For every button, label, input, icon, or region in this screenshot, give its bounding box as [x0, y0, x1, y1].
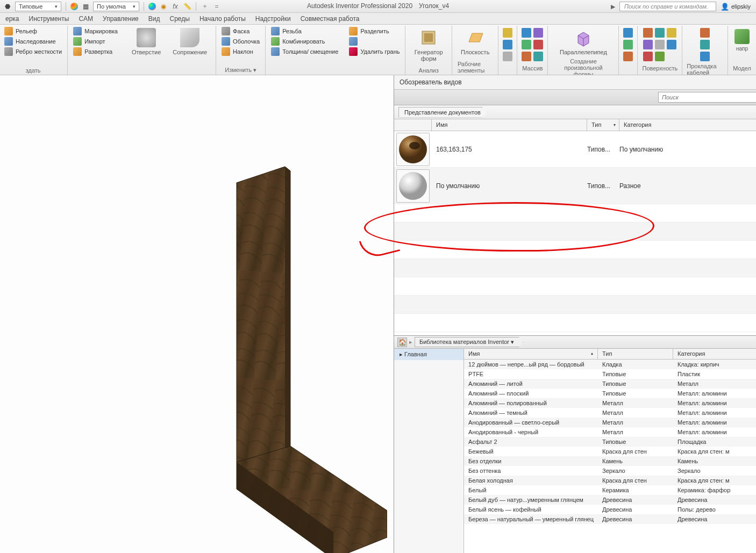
cable-1-icon[interactable]: [700, 28, 710, 38]
color-ball-icon[interactable]: [148, 3, 156, 10]
menu-item[interactable]: Инструменты: [29, 15, 69, 23]
ucs-icon[interactable]: [503, 52, 512, 61]
play-icon[interactable]: ▶: [611, 3, 615, 10]
menu-item[interactable]: Управление: [103, 15, 139, 23]
breadcrumb-tab[interactable]: Представление документов: [398, 107, 488, 118]
s11-icon[interactable]: [667, 40, 676, 49]
cmd-plane[interactable]: Плоскость: [458, 27, 493, 56]
cmd-inherit[interactable]: Наследование: [4, 37, 56, 46]
appearance-combo[interactable]: По умолча: [93, 2, 139, 11]
menu-bar: ерка Инструменты CAM Управление Вид Сред…: [0, 13, 756, 25]
library-row[interactable]: Алюминий — полированныйМеталлМеталл: алю…: [464, 398, 756, 408]
group-label-model: Модел: [733, 63, 751, 73]
menu-item[interactable]: CAM: [79, 15, 93, 23]
menu-item[interactable]: Совместная работа: [301, 15, 360, 23]
library-crumb[interactable]: Библиотека материалов Inventor ▾: [415, 337, 523, 347]
picker-icon[interactable]: ◉: [159, 2, 168, 11]
menu-item[interactable]: Начало работы: [199, 15, 246, 23]
library-row[interactable]: Белая холоднаяКраска для стенКраска для …: [464, 476, 756, 485]
cmd-combine[interactable]: Комбинировать: [271, 37, 325, 46]
library-row[interactable]: 12 дюймов — непре...ый ряд — бордовыйКла…: [464, 360, 756, 369]
fx-icon[interactable]: fx: [171, 2, 180, 11]
cmd-form-generator[interactable]: Генератор форм: [411, 27, 446, 63]
library-row[interactable]: БежевыйКраска для стенКраска для стен: м: [464, 447, 756, 456]
material-combo[interactable]: Типовые: [15, 2, 61, 11]
cmd-thread[interactable]: Резьба: [271, 27, 302, 35]
s4-icon[interactable]: [643, 28, 653, 38]
library-row[interactable]: Белый ясень — кофейныйДревесинаПолы: дер…: [464, 505, 756, 514]
point-icon[interactable]: [503, 40, 512, 49]
pattern-sketch-icon[interactable]: [533, 28, 543, 38]
library-row[interactable]: Алюминий — плоскийТиповыеМеталл: алюмини: [464, 389, 756, 398]
group-label-modify[interactable]: Изменить ▾: [225, 65, 256, 75]
cmd-model[interactable]: напр: [731, 28, 753, 53]
mirror-icon[interactable]: [522, 52, 531, 61]
thumb-sphere-icon: [396, 169, 430, 203]
library-row[interactable]: Анодированный — светло-серыйМеталлМеталл…: [464, 418, 756, 427]
pattern-circ-icon[interactable]: [522, 40, 531, 49]
surface-1-icon[interactable]: [623, 28, 633, 38]
cable-3-icon[interactable]: [700, 52, 710, 61]
plus-icon[interactable]: +: [201, 2, 209, 11]
equals-icon[interactable]: =: [212, 2, 221, 11]
cmd-fillet[interactable]: Сопряжение: [169, 27, 210, 56]
cmd-unfold[interactable]: Развертка: [73, 47, 112, 56]
library-row[interactable]: Без отделкиКаменьКамень: [464, 456, 756, 466]
menu-item[interactable]: Среды: [169, 15, 189, 23]
lib-col-type[interactable]: Тип: [598, 349, 673, 359]
library-side-item[interactable]: ▸ Главная: [394, 349, 463, 360]
menu-item[interactable]: Надстройки: [255, 15, 291, 23]
ruler-icon[interactable]: 📏: [183, 2, 191, 11]
library-row[interactable]: PTFEТиповыеПластик: [464, 369, 756, 379]
pattern-x-icon[interactable]: [533, 40, 543, 49]
library-row[interactable]: Алюминий — литойТиповыеМеталл: [464, 379, 756, 389]
s7-icon[interactable]: [655, 28, 665, 38]
menu-item[interactable]: Вид: [148, 15, 160, 23]
doc-row[interactable]: По умолчанию Типов... Разное: [394, 168, 756, 204]
help-search[interactable]: Поиск по справке и командам.: [619, 2, 716, 11]
panel-search-input[interactable]: [658, 92, 756, 103]
col-name[interactable]: Имя: [432, 119, 587, 131]
cmd-hole[interactable]: Отверстие: [129, 27, 164, 56]
doc-row[interactable]: 163,163,175 Типов... По умолчанию: [394, 131, 756, 168]
surface-2-icon[interactable]: [623, 40, 633, 49]
library-row[interactable]: Белый дуб — натур...умеренным глянцемДре…: [464, 495, 756, 505]
cmd-rib[interactable]: Ребро жесткости: [4, 47, 62, 56]
menu-item[interactable]: ерка: [5, 15, 19, 23]
library-row[interactable]: Без оттенкаЗеркалоЗеркало: [464, 466, 756, 476]
library-row[interactable]: Анодированный - черныйМеталлМеталл: алюм…: [464, 427, 756, 437]
appearance-ball-icon[interactable]: [70, 3, 78, 10]
cmd-split[interactable]: Разделить: [349, 27, 389, 35]
cmd-box[interactable]: Параллелепипед: [557, 27, 610, 56]
cmd-delete-face[interactable]: Удалить грань: [349, 47, 400, 56]
s10-icon[interactable]: [667, 28, 676, 38]
s6-icon[interactable]: [643, 52, 653, 61]
pattern-rect-icon[interactable]: [522, 28, 531, 38]
cmd-draft[interactable]: Наклон: [222, 47, 253, 56]
s8-icon[interactable]: [655, 40, 665, 49]
library-row[interactable]: Береза — натуральный — умеренный глянецД…: [464, 514, 756, 524]
cmd-thicken[interactable]: Толщина/ смещение: [271, 47, 338, 56]
surface-3-icon[interactable]: [623, 52, 633, 61]
cmd-shell[interactable]: Оболочка: [222, 37, 260, 46]
cmd-chamfer[interactable]: Фаска: [222, 27, 249, 35]
col-type[interactable]: Тип: [587, 119, 619, 131]
s5-icon[interactable]: [643, 40, 653, 49]
cmd-direct[interactable]: [349, 37, 358, 46]
s9-icon[interactable]: [655, 52, 665, 61]
home-icon[interactable]: 🏠: [397, 337, 407, 347]
cmd-markup[interactable]: Маркировка: [73, 27, 118, 35]
lib-col-category[interactable]: Категория: [673, 349, 756, 359]
library-row[interactable]: БелыйКерамикаКерамика: фарфор: [464, 485, 756, 495]
user-account[interactable]: 👤 elipskiy: [721, 3, 751, 11]
library-row[interactable]: Алюминий — темныйМеталлМеталл: алюмини: [464, 408, 756, 418]
cable-2-icon[interactable]: [700, 40, 710, 49]
library-row[interactable]: Асфальт 2ТиповыеПлощадка: [464, 437, 756, 447]
cmd-relief[interactable]: Рельеф: [4, 27, 37, 35]
cmd-import[interactable]: Импорт: [73, 37, 105, 46]
col-category[interactable]: Категория: [619, 119, 756, 131]
lib-col-name[interactable]: Имя: [464, 349, 598, 359]
pattern-y-icon[interactable]: [533, 52, 543, 61]
axis-icon[interactable]: [503, 28, 512, 38]
appearance-swatch-icon[interactable]: ▦: [81, 2, 90, 11]
